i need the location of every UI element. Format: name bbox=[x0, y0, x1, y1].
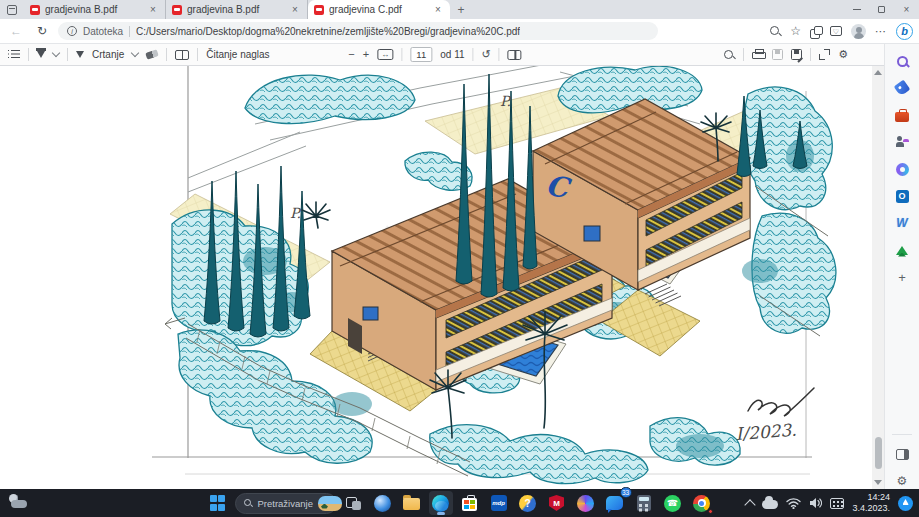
close-window-button[interactable]: × bbox=[894, 0, 919, 19]
widgets-weather-button[interactable] bbox=[8, 494, 30, 512]
favorites-icon[interactable]: ☆ bbox=[790, 25, 801, 37]
search-icon bbox=[896, 55, 909, 68]
maximize-icon bbox=[878, 6, 885, 13]
copilot-button[interactable] bbox=[574, 491, 598, 515]
profile-avatar[interactable] bbox=[851, 24, 866, 39]
tab-title: gradjevina B.pdf bbox=[187, 4, 284, 15]
whatsapp-button[interactable]: ☎ bbox=[661, 491, 685, 515]
sidebar-w-app-icon[interactable]: W bbox=[894, 215, 910, 231]
page-number-input[interactable]: 11 bbox=[410, 47, 432, 62]
scroll-down-arrow[interactable] bbox=[874, 480, 882, 485]
pdf-settings-gear-icon[interactable]: ⚙ bbox=[838, 49, 848, 60]
mdp-app-button[interactable]: mdp bbox=[487, 491, 511, 515]
task-view-icon bbox=[346, 497, 361, 510]
close-tab-icon[interactable]: × bbox=[147, 4, 159, 15]
edge-browser-button[interactable] bbox=[429, 491, 453, 515]
refresh-button[interactable]: ↻ bbox=[32, 24, 52, 38]
wifi-icon[interactable] bbox=[786, 497, 801, 509]
tab-gradjevina-b-1[interactable]: gradjevina B.pdf × bbox=[24, 0, 166, 19]
read-aloud-button[interactable]: Čitanje naglas bbox=[206, 49, 269, 60]
date-signature: I/2023. bbox=[735, 420, 797, 444]
chevron-down-icon[interactable] bbox=[131, 49, 139, 57]
highlighter-icon[interactable] bbox=[37, 51, 45, 58]
edge-browser-window: gradjevina B.pdf × gradjevina B.pdf × gr… bbox=[0, 0, 919, 517]
donut-ring-icon bbox=[896, 163, 909, 176]
collections-icon[interactable] bbox=[810, 26, 821, 37]
volume-icon[interactable] bbox=[809, 497, 822, 509]
store-icon bbox=[462, 498, 477, 511]
scroll-up-arrow[interactable] bbox=[874, 70, 882, 75]
search-document-icon[interactable] bbox=[723, 49, 735, 61]
blue-circle-app-button[interactable] bbox=[371, 491, 395, 515]
close-tab-icon[interactable]: × bbox=[289, 4, 301, 15]
eraser-icon[interactable] bbox=[145, 49, 159, 59]
question-mark-icon: ? bbox=[519, 495, 536, 512]
print-icon[interactable] bbox=[752, 49, 764, 60]
input-language-icon[interactable] bbox=[830, 498, 844, 509]
taskbar-clock[interactable]: 14:24 3.4.2023. bbox=[852, 492, 890, 514]
fullscreen-icon[interactable] bbox=[819, 49, 830, 60]
outlook-icon: O bbox=[896, 190, 909, 203]
chat-notification-badge: 33 bbox=[620, 487, 632, 498]
mcafee-button[interactable]: M bbox=[545, 491, 569, 515]
tree-icon bbox=[896, 246, 908, 255]
address-divider bbox=[129, 26, 130, 37]
calculator-button[interactable] bbox=[632, 491, 656, 515]
microsoft-store-button[interactable] bbox=[458, 491, 482, 515]
onedrive-cloud-icon[interactable] bbox=[762, 500, 778, 509]
copilot-icon bbox=[577, 495, 594, 512]
sidebar-tools-icon[interactable] bbox=[894, 107, 910, 123]
page-layout-icon[interactable] bbox=[175, 50, 189, 60]
sidebar-shopping-icon[interactable] bbox=[894, 80, 910, 96]
minimize-button[interactable] bbox=[844, 0, 869, 19]
more-menu-icon[interactable]: ⋯ bbox=[875, 25, 887, 38]
viewer-scrollbar[interactable] bbox=[872, 66, 884, 489]
fit-to-width-icon[interactable]: ↔ bbox=[377, 49, 393, 60]
zoom-in-button[interactable]: + bbox=[363, 49, 369, 60]
info-icon[interactable]: i bbox=[67, 26, 77, 36]
scrollbar-thumb[interactable] bbox=[875, 437, 882, 469]
sidebar-settings-button[interactable]: ⚙ bbox=[894, 473, 910, 489]
quiz-app-button[interactable]: ? bbox=[516, 491, 540, 515]
divider bbox=[197, 48, 198, 61]
page-count-label: od 11 bbox=[440, 49, 464, 60]
draw-label[interactable]: Crtanje bbox=[92, 49, 124, 60]
mdp-app-icon: mdp bbox=[491, 495, 507, 511]
zoom-out-button[interactable]: − bbox=[348, 49, 354, 60]
taskbar-search-box[interactable]: Pretraživanje bbox=[235, 493, 337, 514]
file-explorer-button[interactable] bbox=[400, 491, 424, 515]
tray-chevron-up-icon[interactable] bbox=[745, 499, 756, 510]
search-highlight-thumbnail[interactable] bbox=[318, 496, 342, 511]
task-view-button[interactable] bbox=[342, 491, 366, 515]
bing-chat-button[interactable]: b bbox=[896, 23, 913, 40]
system-tray: 14:24 3.4.2023. bbox=[746, 489, 913, 517]
start-button[interactable] bbox=[206, 491, 230, 515]
save-as-icon[interactable] bbox=[791, 49, 802, 60]
back-button[interactable]: ← bbox=[6, 24, 26, 38]
browser-essentials-icon[interactable]: ♡ bbox=[830, 26, 842, 36]
rotate-icon[interactable]: ↺ bbox=[482, 49, 491, 60]
chat-app-button[interactable]: 33 bbox=[603, 491, 627, 515]
draw-pen-icon[interactable] bbox=[76, 51, 84, 58]
close-tab-icon[interactable]: × bbox=[432, 4, 444, 15]
sidebar-tree-app-icon[interactable] bbox=[894, 242, 910, 258]
maximize-button[interactable] bbox=[869, 0, 894, 19]
tab-gradjevina-b-2[interactable]: gradjevina B.pdf × bbox=[166, 0, 308, 19]
save-icon[interactable] bbox=[772, 49, 783, 60]
tab-actions-button[interactable] bbox=[0, 0, 24, 19]
sidebar-panel-toggle[interactable] bbox=[894, 446, 910, 462]
table-of-contents-icon[interactable] bbox=[8, 50, 20, 59]
sidebar-designer-icon[interactable] bbox=[894, 161, 910, 177]
sidebar-search-icon[interactable] bbox=[894, 53, 910, 69]
page-view-icon[interactable] bbox=[508, 50, 522, 60]
sidebar-add-button[interactable]: + bbox=[894, 269, 910, 285]
chrome-button[interactable] bbox=[690, 491, 714, 515]
sidebar-games-icon[interactable] bbox=[894, 134, 910, 150]
address-bar[interactable]: i Datoteka C:/Users/mario/Desktop/dogma%… bbox=[58, 22, 658, 40]
sidebar-outlook-icon[interactable]: O bbox=[894, 188, 910, 204]
new-tab-button[interactable]: + bbox=[450, 0, 472, 19]
tab-gradjevina-c[interactable]: gradjevina C.pdf × bbox=[308, 0, 450, 19]
chevron-down-icon[interactable] bbox=[52, 49, 60, 57]
find-on-page-icon[interactable] bbox=[769, 25, 781, 37]
notification-badge[interactable] bbox=[898, 496, 913, 511]
